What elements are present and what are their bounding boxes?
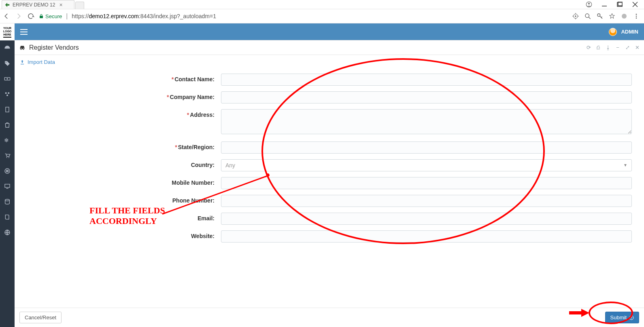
svg-point-34 — [5, 199, 10, 201]
url-path: :8443/index.jsp?_autoloadm=1 — [139, 13, 216, 19]
zoom-icon[interactable] — [584, 13, 591, 20]
nav-forward-button[interactable] — [15, 12, 23, 20]
sidebar-item-vendors[interactable] — [0, 86, 15, 102]
svg-point-24 — [6, 78, 8, 79]
mobile-number-input[interactable] — [221, 177, 632, 189]
key-icon[interactable] — [596, 13, 604, 20]
avatar[interactable] — [609, 28, 617, 36]
svg-point-21 — [636, 17, 637, 19]
label-country: Country: — [19, 159, 221, 168]
svg-point-36 — [629, 316, 633, 320]
logo-line1: YOUR — [3, 27, 11, 30]
svg-point-30 — [9, 157, 9, 158]
secure-indicator[interactable]: Secure — [39, 13, 62, 19]
panel-body: Import Data *Contact Name: *Company Name… — [15, 55, 644, 327]
nav-reload-button[interactable] — [27, 12, 35, 20]
url-display[interactable]: https://demo12.erprev.com:8443/index.jsp… — [72, 13, 216, 19]
sidebar-item-trash[interactable] — [0, 117, 15, 133]
form-footer: Cancel/Reset Submit — [15, 308, 644, 327]
cancel-reset-button[interactable]: Cancel/Reset — [19, 312, 62, 323]
panel-title-text: Register Vendors — [29, 44, 79, 51]
svg-point-25 — [5, 92, 7, 94]
panel-header: Register Vendors ⟳ ⎙ ⭳ − ⤢ ✕ — [15, 40, 644, 55]
svg-line-17 — [601, 17, 602, 17]
new-tab-button[interactable] — [75, 2, 84, 9]
tab-title: ERPREV DEMO 12 — [13, 2, 55, 8]
svg-rect-28 — [6, 107, 9, 112]
website-input[interactable] — [221, 230, 632, 243]
label-company-name: *Company Name: — [19, 91, 221, 100]
sidebar-item-database[interactable] — [0, 194, 15, 209]
company-name-input[interactable] — [221, 91, 632, 103]
label-mobile-number: Mobile Number: — [19, 177, 221, 186]
address-input[interactable] — [221, 109, 632, 134]
bookmark-star-icon[interactable] — [608, 13, 616, 20]
panel-download-icon[interactable]: ⭳ — [605, 45, 611, 51]
contact-name-input[interactable] — [221, 74, 632, 86]
sidebar-item-monitor[interactable] — [0, 179, 15, 194]
svg-point-1 — [588, 3, 590, 4]
panel-minimize-icon[interactable]: − — [615, 45, 621, 51]
sidebar-item-cash[interactable] — [0, 71, 15, 86]
location-icon[interactable] — [572, 13, 579, 20]
window-maximize-button[interactable] — [616, 1, 623, 8]
topbar: ADMIN — [15, 23, 644, 40]
panel-print-icon[interactable]: ⎙ — [595, 45, 601, 51]
sidebar-item-cart[interactable] — [0, 148, 15, 163]
extensions-globe-icon[interactable] — [621, 13, 628, 20]
svg-rect-32 — [5, 184, 10, 188]
url-scheme: https:// — [72, 13, 89, 19]
label-phone-number: Phone Number: — [19, 195, 221, 204]
import-data-label: Import Data — [28, 59, 55, 65]
label-email: Email: — [19, 213, 221, 222]
address-bar: Secure | https://demo12.erprev.com:8443/… — [0, 9, 644, 23]
label-contact-name: *Contact Name: — [19, 74, 221, 82]
sidebar-item-stream[interactable] — [0, 163, 15, 179]
snowflake-icon: ❄ — [4, 137, 11, 143]
sidebar-item-snowflake[interactable]: ❄ — [0, 133, 15, 148]
phone-number-input[interactable] — [221, 195, 632, 207]
user-label[interactable]: ADMIN — [621, 29, 638, 35]
submit-button[interactable]: Submit — [605, 312, 639, 323]
state-region-input[interactable] — [221, 141, 632, 154]
vendor-form: *Contact Name: *Company Name: *Address: … — [15, 71, 644, 245]
window-minimize-button[interactable] — [601, 1, 608, 8]
browser-menu-icon[interactable] — [633, 13, 640, 20]
sidebar-item-dashboard[interactable] — [0, 40, 15, 56]
chevron-down-icon: ▼ — [623, 163, 627, 167]
panel-close-icon[interactable]: ✕ — [634, 45, 640, 51]
menu-toggle-button[interactable] — [20, 29, 28, 35]
sidebar-item-tags[interactable] — [0, 56, 15, 71]
url-host: demo12.erprev.com — [89, 13, 138, 19]
svg-line-16 — [599, 16, 602, 19]
tab-close-icon[interactable]: × — [59, 2, 62, 8]
car-icon — [19, 44, 26, 51]
svg-line-14 — [589, 17, 591, 19]
lock-icon — [39, 14, 44, 19]
svg-point-8 — [575, 15, 576, 17]
logo-line3: HERE — [3, 33, 11, 36]
account-icon[interactable] — [586, 1, 592, 8]
country-selected-value: Any — [225, 162, 235, 169]
arrow-right-icon — [629, 315, 634, 320]
svg-point-20 — [636, 16, 637, 17]
sidebar-item-globe[interactable] — [0, 225, 15, 240]
sidebar-item-document[interactable] — [0, 102, 15, 117]
main-area: ADMIN Register Vendors ⟳ ⎙ ⭳ − ⤢ ✕ Impor… — [15, 23, 644, 327]
panel-refresh-icon[interactable]: ⟳ — [586, 45, 591, 51]
svg-point-27 — [6, 95, 8, 96]
import-data-link[interactable]: Import Data — [19, 59, 55, 65]
logo-line2: LOGO — [3, 30, 12, 33]
address-separator: | — [66, 13, 68, 20]
panel-expand-icon[interactable]: ⤢ — [625, 45, 630, 51]
country-select[interactable]: Any ▼ — [221, 159, 632, 171]
sidebar-item-book[interactable] — [0, 209, 15, 225]
nav-back-button[interactable] — [2, 12, 11, 20]
secure-label: Secure — [45, 13, 62, 19]
label-address: *Address: — [19, 109, 221, 118]
upload-icon — [19, 59, 25, 65]
logo[interactable]: YOUR LOGO HERE — [0, 23, 15, 40]
email-input[interactable] — [221, 213, 632, 225]
window-close-button[interactable] — [632, 1, 638, 8]
browser-tab[interactable]: ERPREV DEMO 12 × — [2, 0, 74, 9]
